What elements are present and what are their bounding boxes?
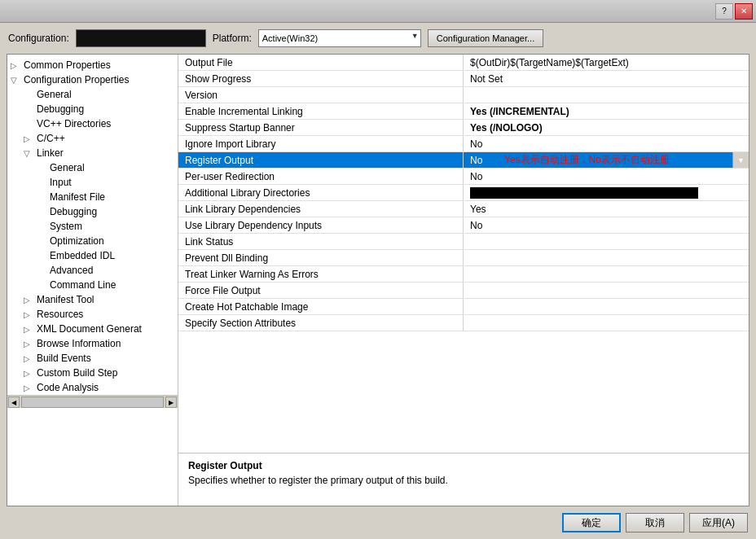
right-section: Output File$(OutDir)$(TargetName)$(Targe… [178, 55, 749, 506]
prop-name-4: Suppress Startup Banner [178, 120, 464, 135]
tree-label-xml-document: XML Document Generat [37, 323, 142, 335]
prop-row-8[interactable]: Additional Library Directories [178, 185, 749, 201]
platform-combo[interactable]: Active(Win32) [258, 29, 421, 47]
tree-label-configuration-properties: Configuration Properties [24, 74, 129, 85]
prop-value-9: Yes [464, 201, 749, 217]
tree-label-resources: Resources [37, 309, 83, 320]
prop-row-11[interactable]: Link Status [178, 234, 749, 250]
prop-row-4[interactable]: Suppress Startup BannerYes (/NOLOGO) [178, 120, 749, 136]
prop-value-0: $(OutDir)$(TargetName)$(TargetExt) [464, 55, 749, 70]
scroll-right-btn[interactable]: ▶ [165, 397, 177, 408]
tree-item-manifest-tool[interactable]: ▷Manifest Tool [7, 292, 178, 307]
left-scrollbar[interactable] [21, 397, 164, 408]
config-bar: Configuration: Platform: Active(Win32) C… [0, 23, 756, 54]
prop-row-2[interactable]: Version [178, 87, 749, 103]
tree-label-manifest-file: Manifest File [50, 191, 105, 203]
close-button[interactable]: ✕ [735, 3, 753, 20]
prop-name-7: Per-user Redirection [178, 169, 464, 184]
tree-item-debugging[interactable]: Debugging [7, 102, 178, 116]
tree-item-c-cpp[interactable]: ▷C/C++ [7, 131, 178, 146]
tree-item-system[interactable]: System [7, 219, 178, 234]
prop-row-5[interactable]: Ignore Import LibraryNo [178, 136, 749, 152]
tree-item-build-events[interactable]: ▷Build Events [7, 351, 178, 366]
tree-item-manifest-file[interactable]: Manifest File [7, 190, 178, 204]
prop-value-11 [464, 234, 749, 249]
prop-row-12[interactable]: Prevent Dll Binding [178, 250, 749, 266]
prop-row-16[interactable]: Specify Section Attributes [178, 315, 749, 331]
prop-value-7: No [464, 169, 749, 184]
tree-item-linker-general[interactable]: General [7, 160, 178, 175]
prop-row-10[interactable]: Use Library Dependency InputsNo [178, 217, 749, 234]
tree-item-optimization[interactable]: Optimization [7, 234, 178, 248]
tree-expand-manifest-tool: ▷ [24, 296, 37, 305]
prop-row-7[interactable]: Per-user RedirectionNo [178, 169, 749, 185]
prop-name-0: Output File [178, 55, 464, 70]
cancel-button[interactable]: 取消 [626, 513, 684, 532]
scroll-left-btn[interactable]: ◀ [8, 397, 20, 408]
tree-label-command-line: Command Line [50, 279, 116, 291]
tree-item-xml-document[interactable]: ▷XML Document Generat [7, 322, 178, 336]
tree-item-code-analysis[interactable]: ▷Code Analysis [7, 380, 178, 395]
prop-row-6[interactable]: Register OutputNoYes表示自动注册，No表示不自动注册▼ [178, 152, 749, 169]
tree-label-c-cpp: C/C++ [37, 133, 65, 144]
prop-value-4: Yes (/NOLOGO) [464, 120, 749, 135]
tree-label-embedded-idl: Embedded IDL [50, 250, 115, 261]
tree-label-advanced: Advanced [50, 265, 93, 276]
redacted-bar-8 [470, 187, 698, 199]
description-title: Register Output [188, 460, 739, 471]
button-bar: 确定 取消 应用(A) [0, 506, 756, 539]
tree-label-system: System [50, 221, 82, 232]
tree-item-browse-information[interactable]: ▷Browse Information [7, 336, 178, 351]
tree-item-vc-directories[interactable]: VC++ Directories [7, 116, 178, 131]
tree-item-embedded-idl[interactable]: Embedded IDL [7, 248, 178, 263]
prop-name-11: Link Status [178, 234, 464, 249]
prop-row-3[interactable]: Enable Incremental LinkingYes (/INCREMEN… [178, 103, 749, 120]
prop-value-text-9: Yes [470, 204, 486, 215]
tree-item-configuration-properties[interactable]: ▽Configuration Properties [7, 72, 178, 87]
prop-value-3: Yes (/INCREMENTAL) [464, 103, 749, 119]
ok-button[interactable]: 确定 [562, 513, 621, 532]
tree-label-debugging: Debugging [37, 103, 84, 115]
help-button[interactable]: ? [715, 3, 733, 20]
tree-item-linker-debugging[interactable]: Debugging [7, 204, 178, 219]
tree-item-common-properties[interactable]: ▷Common Properties [7, 58, 178, 72]
prop-value-14 [464, 283, 749, 298]
tree-label-linker-general: General [50, 162, 85, 173]
prop-name-10: Use Library Dependency Inputs [178, 217, 464, 233]
prop-name-16: Specify Section Attributes [178, 315, 464, 331]
configuration-combo[interactable] [76, 29, 206, 47]
prop-name-14: Force File Output [178, 283, 464, 298]
tree-item-advanced[interactable]: Advanced [7, 263, 178, 278]
tree-label-browse-information: Browse Information [37, 338, 121, 349]
prop-value-6[interactable]: NoYes表示自动注册，No表示不自动注册▼ [464, 152, 749, 168]
prop-row-1[interactable]: Show ProgressNot Set [178, 71, 749, 87]
tree-panel: ▷Common Properties▽Configuration Propert… [7, 55, 178, 506]
tree-label-linker-debugging: Debugging [50, 206, 97, 217]
prop-value-text-4: Yes (/NOLOGO) [470, 122, 543, 134]
prop-row-14[interactable]: Force File Output [178, 283, 749, 299]
dropdown-arrow-6[interactable]: ▼ [732, 152, 749, 168]
tree-expand-linker: ▽ [24, 149, 37, 158]
tree-item-custom-build-step[interactable]: ▷Custom Build Step [7, 366, 178, 380]
tree-item-resources[interactable]: ▷Resources [7, 307, 178, 322]
tree-item-linker[interactable]: ▽Linker [7, 146, 178, 160]
prop-value-text-6: No [470, 155, 482, 166]
prop-row-13[interactable]: Treat Linker Warning As Errors [178, 266, 749, 283]
tree-expand-custom-build-step: ▷ [24, 369, 37, 378]
tree-label-custom-build-step: Custom Build Step [37, 367, 117, 379]
tree-expand-resources: ▷ [24, 310, 37, 319]
tree-item-command-line[interactable]: Command Line [7, 278, 178, 292]
dialog: Configuration: Platform: Active(Win32) C… [0, 23, 756, 539]
prop-value-1: Not Set [464, 71, 749, 86]
prop-row-15[interactable]: Create Hot Patchable Image [178, 299, 749, 315]
config-manager-button[interactable]: Configuration Manager... [428, 29, 543, 47]
prop-row-0[interactable]: Output File$(OutDir)$(TargetName)$(Targe… [178, 55, 749, 71]
platform-combo-wrapper: Active(Win32) [258, 29, 421, 47]
apply-button[interactable]: 应用(A) [689, 513, 748, 532]
tree-item-general[interactable]: General [7, 87, 178, 102]
tree-label-linker-input: Input [50, 177, 72, 188]
prop-row-9[interactable]: Link Library DependenciesYes [178, 201, 749, 217]
platform-label: Platform: [213, 33, 252, 44]
tree-item-linker-input[interactable]: Input [7, 175, 178, 190]
tree-expand-xml-document: ▷ [24, 325, 37, 334]
